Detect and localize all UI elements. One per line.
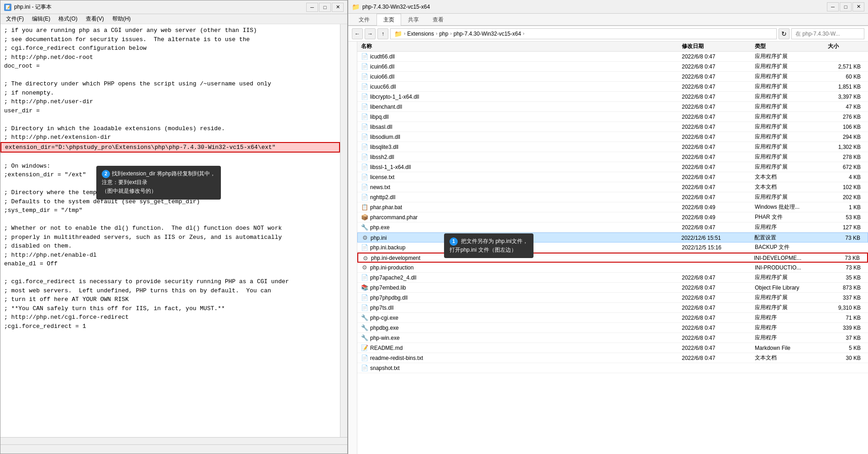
tab-home[interactable]: 主页 bbox=[376, 14, 401, 26]
up-button[interactable]: ↑ bbox=[377, 28, 388, 39]
menu-view[interactable]: 查看(V) bbox=[82, 14, 108, 24]
file-name: libsodium.dll bbox=[370, 134, 400, 140]
file-date: 2022/6/8 0:47 bbox=[682, 315, 755, 321]
notepad-title: php.ini - 记事本 bbox=[14, 3, 52, 11]
file-size: 73 KB bbox=[827, 255, 863, 261]
close-button[interactable]: ✕ bbox=[332, 3, 344, 12]
path-segment-phpversion[interactable]: php-7.4.30-Win32-vc15-x64 bbox=[454, 31, 521, 37]
table-row[interactable]: 📄 libssh2.dll 2022/6/8 0:47 应用程序扩展 278 K… bbox=[357, 152, 868, 162]
table-row[interactable]: 📄 libsqlite3.dll 2022/6/8 0:47 应用程序扩展 1,… bbox=[357, 142, 868, 152]
file-date: 2022/6/8 0:47 bbox=[682, 84, 755, 90]
table-row[interactable]: ⚙ php.ini-production INI-PRODUCTIO... 73… bbox=[357, 263, 868, 273]
file-name: php7ts.dll bbox=[370, 305, 393, 311]
explorer-close-button[interactable]: ✕ bbox=[852, 2, 864, 11]
table-row[interactable]: 📄 php7ts.dll 2022/6/8 0:47 应用程序扩展 9,310 … bbox=[357, 303, 868, 313]
menu-edit[interactable]: 编辑(E) bbox=[28, 14, 54, 24]
col-type[interactable]: 类型 bbox=[755, 42, 828, 50]
table-row[interactable]: 📄 snapshot.txt bbox=[357, 363, 868, 373]
table-row[interactable]: 📄 nghttp2.dll 2022/6/8 0:47 应用程序扩展 202 K… bbox=[357, 192, 868, 202]
file-type: 文本文档 bbox=[755, 183, 828, 191]
file-size: 339 KB bbox=[828, 325, 864, 331]
tab-share[interactable]: 共享 bbox=[401, 14, 426, 26]
tab-view[interactable]: 查看 bbox=[426, 14, 450, 26]
back-button[interactable]: ← bbox=[352, 28, 363, 39]
menu-format[interactable]: 格式(O) bbox=[55, 14, 81, 24]
address-path[interactable]: 📁 › Extensions › php › php-7.4.30-Win32-… bbox=[390, 28, 777, 39]
highlighted-line: extension_dir="D:\phpstudy_pro\Extension… bbox=[0, 142, 340, 153]
refresh-button[interactable]: ↻ bbox=[779, 28, 790, 39]
file-date: 2022/6/8 0:47 bbox=[682, 355, 755, 361]
file-name: php.ini-production bbox=[370, 264, 413, 271]
file-size: 672 KB bbox=[828, 164, 864, 170]
table-row[interactable]: 📚 php7embed.lib 2022/6/8 0:47 Object Fil… bbox=[357, 283, 868, 293]
table-row[interactable]: 📄 libssl-1_1-x64.dll 2022/6/8 0:47 应用程序扩… bbox=[357, 162, 868, 172]
file-type: Markdown File bbox=[755, 345, 828, 351]
notepad-app-icon: 📝 bbox=[4, 4, 11, 11]
forward-button[interactable]: → bbox=[365, 28, 376, 39]
table-row[interactable]: 📄 icuin66.dll 2022/6/8 0:47 应用程序扩展 2,571… bbox=[357, 62, 868, 72]
table-row[interactable]: 🔧 php.exe 2022/6/8 0:47 应用程序 127 KB bbox=[357, 222, 868, 232]
file-name-cell: 📄 php7ts.dll bbox=[361, 304, 682, 311]
table-row[interactable]: 📄 libcrypto-1_1-x64.dll 2022/6/8 0:47 应用… bbox=[357, 92, 868, 102]
table-row[interactable]: 📄 libpq.dll 2022/6/8 0:47 应用程序扩展 276 KB bbox=[357, 112, 868, 122]
path-segment-extensions[interactable]: Extensions bbox=[407, 31, 434, 37]
table-row[interactable]: 📄 news.txt 2022/6/8 0:47 文本文档 102 KB bbox=[357, 182, 868, 192]
ribbon: 文件 主页 共享 查看 bbox=[348, 14, 868, 26]
vertical-scrollbar[interactable] bbox=[340, 24, 347, 437]
explorer-maximize-button[interactable]: □ bbox=[840, 2, 852, 11]
table-row[interactable]: 📦 pharcommand.phar 2022/6/8 0:49 PHAR 文件… bbox=[357, 212, 868, 222]
file-icon: 📋 bbox=[361, 204, 368, 211]
col-date[interactable]: 修改日期 bbox=[682, 42, 755, 50]
notepad-text[interactable]: ; if you are running php as a CGI under … bbox=[0, 24, 340, 437]
file-name-cell: 📄 libsasl.dll bbox=[361, 123, 682, 131]
file-name: php7embed.lib bbox=[370, 285, 406, 291]
file-name-cell: 🔧 php-cgi.exe bbox=[361, 314, 682, 322]
menu-help[interactable]: 帮助(H) bbox=[109, 14, 135, 24]
file-size: 35 KB bbox=[828, 275, 864, 281]
maximize-button[interactable]: □ bbox=[319, 3, 331, 12]
file-icon: 📄 bbox=[361, 123, 368, 131]
file-date: 2022/6/8 0:47 bbox=[682, 63, 755, 70]
explorer-window: 📁 php-7.4.30-Win32-vc15-x64 ─ □ ✕ 文件 主页 … bbox=[348, 0, 868, 454]
table-row[interactable]: 📄 libenchant.dll 2022/6/8 0:47 应用程序扩展 47… bbox=[357, 102, 868, 112]
explorer-body: 名称 修改日期 类型 大小 📄 icudt66.dll 2022/6/8 0:4… bbox=[348, 42, 868, 454]
file-type: INI-PRODUCTIO... bbox=[755, 264, 828, 271]
explorer-minimize-button[interactable]: ─ bbox=[827, 2, 839, 11]
file-name: snapshot.txt bbox=[370, 365, 400, 371]
file-type: 配置设置 bbox=[754, 234, 827, 242]
file-icon: 📝 bbox=[361, 344, 368, 352]
table-row[interactable]: 📄 icudt66.dll 2022/6/8 0:47 应用程序扩展 bbox=[357, 52, 868, 62]
path-segment-php[interactable]: php bbox=[439, 31, 448, 37]
table-row[interactable]: 📝 README.md 2022/6/8 0:47 Markdown File … bbox=[357, 343, 868, 353]
table-row[interactable]: 🔧 phpdbg.exe 2022/6/8 0:47 应用程序 339 KB bbox=[357, 323, 868, 333]
table-row[interactable]: 📄 php7apache2_4.dll 2022/6/8 0:47 应用程序扩展… bbox=[357, 273, 868, 283]
file-icon: 📄 bbox=[361, 113, 368, 121]
table-row[interactable]: 📄 icuuc66.dll 2022/6/8 0:47 应用程序扩展 1,851… bbox=[357, 82, 868, 92]
minimize-button[interactable]: ─ bbox=[306, 3, 318, 12]
table-row[interactable]: 📄 libsodium.dll 2022/6/8 0:47 应用程序扩展 294… bbox=[357, 132, 868, 142]
horizontal-scrollbar[interactable] bbox=[0, 437, 347, 444]
file-type: 应用程序 bbox=[755, 223, 828, 231]
table-row[interactable]: 📄 icuio66.dll 2022/6/8 0:47 应用程序扩展 60 KB bbox=[357, 72, 868, 82]
table-row[interactable]: 📄 libsasl.dll 2022/6/8 0:47 应用程序扩展 106 K… bbox=[357, 122, 868, 132]
table-row[interactable]: ⚙ php.ini-development INI-DEVELOPME... 7… bbox=[357, 253, 868, 263]
table-row[interactable]: 📋 phar.phar.bat 2022/6/8 0:49 Windows 批处… bbox=[357, 202, 868, 212]
file-name-cell: 📄 nghttp2.dll bbox=[361, 194, 682, 201]
table-row[interactable]: 📄 php7phpdbg.dll 2022/6/8 0:47 应用程序扩展 33… bbox=[357, 293, 868, 303]
menu-file[interactable]: 文件(F) bbox=[2, 14, 27, 24]
table-row[interactable]: 📄 php.ini.backup 2022/12/5 15:16 BACKUP … bbox=[357, 243, 868, 253]
file-type: INI-DEVELOPME... bbox=[754, 255, 827, 261]
table-row[interactable]: 🔧 php-win.exe 2022/6/8 0:47 应用程序 37 KB bbox=[357, 333, 868, 343]
table-row[interactable]: 📄 license.txt 2022/6/8 0:47 文本文档 4 KB bbox=[357, 172, 868, 182]
file-name: php.exe bbox=[370, 224, 390, 231]
file-list-header: 名称 修改日期 类型 大小 bbox=[357, 42, 868, 52]
tab-file[interactable]: 文件 bbox=[352, 14, 376, 26]
search-input[interactable] bbox=[791, 28, 864, 39]
table-row[interactable]: 📄 readme-redist-bins.txt 2022/6/8 0:47 文… bbox=[357, 353, 868, 363]
col-name[interactable]: 名称 bbox=[361, 42, 682, 50]
file-date: 2022/6/8 0:47 bbox=[682, 194, 755, 201]
file-date: 2022/6/8 0:47 bbox=[682, 295, 755, 301]
table-row[interactable]: 🔧 php-cgi.exe 2022/6/8 0:47 应用程序 71 KB bbox=[357, 313, 868, 323]
col-size[interactable]: 大小 bbox=[828, 42, 864, 50]
table-row[interactable]: ⚙ php.ini 2022/12/6 15:51 配置设置 73 KB bbox=[357, 232, 868, 243]
